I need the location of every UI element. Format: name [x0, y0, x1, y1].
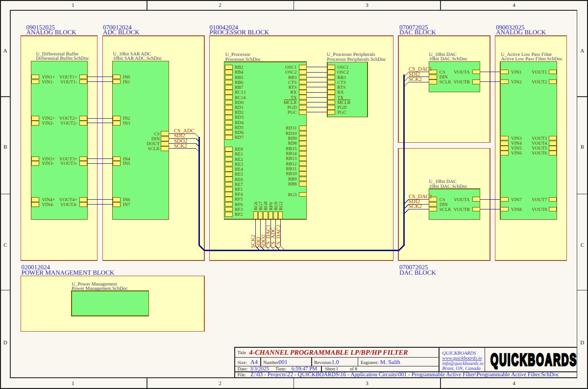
svg-text:10bit DAC.SchDoc: 10bit DAC.SchDoc: [429, 184, 468, 189]
svg-text:VOUT3+: VOUT3+: [59, 157, 77, 162]
svg-text:VOUTB: VOUTB: [454, 207, 470, 212]
svg-text:RE6: RE6: [235, 178, 243, 182]
svg-text:Title: Title: [238, 351, 246, 356]
svg-text:RB14: RB14: [286, 152, 296, 156]
svg-text:PROCESSOR BLOCK: PROCESSOR BLOCK: [210, 28, 270, 36]
svg-text:RD5: RD5: [235, 126, 244, 130]
svg-text:POWER MANAGEMENT BLOCK: POWER MANAGEMENT BLOCK: [22, 269, 115, 276]
svg-text:DIN: DIN: [440, 75, 448, 80]
svg-text:RTS: RTS: [338, 85, 346, 90]
svg-text:IN3: IN3: [123, 121, 130, 126]
svg-text:Active Low Pass Filter.SchDoc: Active Low Pass Filter.SchDoc: [501, 56, 563, 62]
svg-text:VOUT4: VOUT4: [532, 141, 547, 146]
svg-text:RB10: RB10: [286, 172, 296, 177]
svg-text:RB3: RB3: [338, 76, 346, 80]
svg-text:DOUT: DOUT: [147, 142, 160, 147]
svg-text:RC13: RC13: [235, 90, 245, 95]
svg-text:SCK2: SCK2: [409, 204, 422, 209]
svg-text:File:: File:: [238, 373, 246, 378]
svg-text:QUICKBOARDS: QUICKBOARDS: [490, 350, 577, 369]
svg-text:RB15: RB15: [286, 147, 296, 152]
svg-text:RD4: RD4: [235, 121, 244, 126]
svg-text:DAC BLOCK: DAC BLOCK: [399, 269, 436, 276]
svg-text:SCK2: SCK2: [409, 77, 422, 82]
svg-text:A: A: [580, 48, 584, 54]
svg-text:4: 4: [513, 381, 515, 387]
svg-text:RB6: RB6: [235, 80, 244, 85]
svg-text:RE0: RE0: [235, 147, 243, 152]
svg-text:VOUT1-: VOUT1-: [60, 80, 77, 85]
svg-text:A: A: [3, 48, 7, 54]
svg-text:RB13: RB13: [286, 156, 296, 161]
svg-text:M. Salih: M. Salih: [380, 359, 400, 365]
svg-text:RE2: RE2: [235, 157, 243, 162]
svg-text:Brant, ON, Canada: Brant, ON, Canada: [442, 366, 481, 371]
svg-text:RD8: RD8: [288, 141, 297, 146]
svg-text:RD7: RD7: [235, 135, 244, 140]
svg-text:VOUTA: VOUTA: [454, 70, 470, 75]
svg-text:RF3: RF3: [235, 207, 243, 212]
svg-text:Processor.SchDoc: Processor.SchDoc: [225, 57, 261, 62]
svg-text:RB12: RB12: [286, 162, 296, 167]
svg-text:SCLK: SCLK: [440, 207, 451, 212]
svg-text:001: 001: [279, 359, 288, 365]
svg-text:C: C: [3, 242, 7, 248]
svg-text:B: B: [581, 144, 584, 150]
svg-text:VIN1: VIN1: [511, 70, 522, 75]
svg-text:RX: RX: [290, 90, 296, 95]
svg-text:RB8: RB8: [288, 182, 297, 187]
svg-text:VIN3+: VIN3+: [42, 157, 55, 162]
svg-text:RD0: RD0: [235, 101, 244, 105]
svg-text:CS: CS: [440, 198, 445, 203]
svg-text:1: 1: [72, 381, 74, 387]
svg-text:VOUT7: VOUT7: [532, 198, 547, 203]
svg-text:C: C: [581, 242, 584, 248]
svg-text:DIN: DIN: [151, 137, 160, 142]
svg-text:SCLK: SCLK: [148, 147, 160, 152]
svg-text:1: 1: [72, 2, 74, 8]
svg-text:10bit SAR ADC.SchDoc: 10bit SAR ADC.SchDoc: [113, 56, 162, 61]
svg-text:4: 4: [513, 2, 515, 8]
svg-text:VIN4: VIN4: [511, 141, 522, 146]
svg-text:RG8: RG8: [264, 201, 269, 210]
svg-text:VOUT4+: VOUT4+: [59, 198, 77, 203]
svg-text:10bit DAC.SchDoc: 10bit DAC.SchDoc: [429, 56, 468, 62]
svg-text:RE4: RE4: [235, 167, 243, 172]
svg-text:RG7: RG7: [259, 201, 264, 210]
svg-text:Power Management.SchDoc: Power Management.SchDoc: [72, 286, 128, 291]
svg-text:VOUT4-: VOUT4-: [60, 203, 77, 207]
svg-text:D: D: [580, 340, 584, 346]
svg-text:VIN7: VIN7: [511, 198, 522, 203]
svg-text:SCK2: SCK2: [174, 143, 187, 149]
svg-text:OSC1: OSC1: [285, 65, 296, 70]
svg-text:VOUT3-: VOUT3-: [60, 161, 77, 166]
svg-text:ANALOG BLOCK: ANALOG BLOCK: [26, 28, 77, 36]
svg-text:RF4: RF4: [235, 192, 243, 197]
svg-text:VOUT1+: VOUT1+: [59, 75, 77, 80]
svg-text:VOUT5: VOUT5: [532, 146, 547, 151]
svg-text:Number:: Number:: [263, 361, 280, 365]
svg-text:Date:: Date:: [238, 367, 248, 372]
svg-text:OSC2: OSC2: [338, 70, 349, 75]
svg-text:Engineer:: Engineer:: [361, 361, 379, 365]
svg-text:RB3: RB3: [288, 76, 297, 80]
svg-text:CS: CS: [154, 132, 160, 137]
svg-text:VIN1+: VIN1+: [42, 75, 55, 80]
svg-text:RD10: RD10: [286, 131, 297, 136]
svg-text:RC14: RC14: [235, 96, 245, 101]
svg-text:VIN3-: VIN3-: [42, 161, 54, 166]
svg-text:RG2: RG2: [279, 201, 284, 210]
svg-text:RB11: RB11: [286, 167, 297, 172]
svg-text:VIN2-: VIN2-: [42, 121, 54, 126]
svg-text:4-CHANNEL PROGRAMMABLE LP/BP/H: 4-CHANNEL PROGRAMMABLE LP/BP/HP FILTER: [249, 349, 408, 357]
svg-text:RB9: RB9: [288, 177, 297, 182]
svg-text:IN1: IN1: [123, 80, 130, 85]
svg-text:RD9: RD9: [288, 136, 297, 141]
svg-text:PGC: PGC: [288, 110, 296, 115]
svg-text:3: 3: [366, 2, 368, 8]
svg-text:PGC: PGC: [338, 110, 346, 115]
svg-text:TX: TX: [291, 96, 297, 101]
svg-text:IN7: IN7: [123, 203, 130, 207]
svg-text:VOUT6: VOUT6: [532, 151, 547, 156]
svg-text:Z:\03 - Projects\22 - QUICKBOA: Z:\03 - Projects\22 - QUICKBOARDS\16 - A…: [250, 371, 559, 378]
